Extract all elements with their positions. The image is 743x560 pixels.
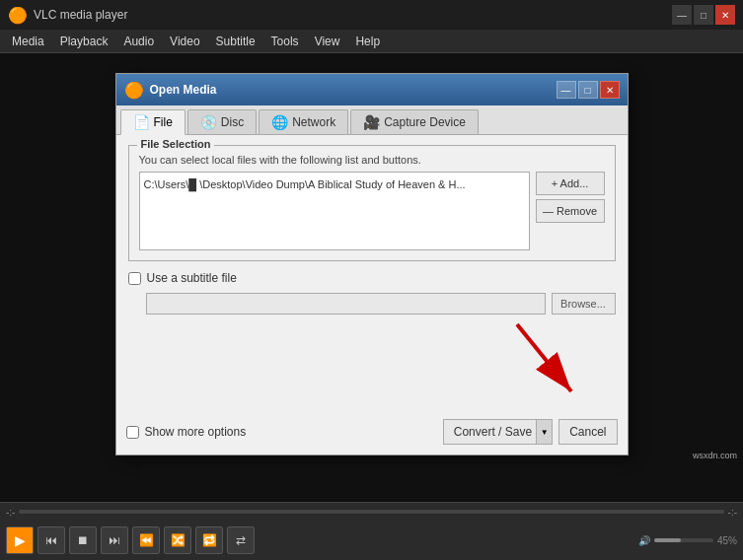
disc-tab-icon: 💿	[200, 114, 217, 130]
toggle-button[interactable]: 🔀	[164, 526, 191, 554]
volume-label: 45%	[717, 535, 737, 546]
vlc-main-window: 🟠 VLC media player — □ ✕ Media Playback …	[0, 0, 743, 560]
vlc-titlebar: 🟠 VLC media player — □ ✕	[0, 0, 743, 30]
volume-area: 🔊 45%	[638, 535, 737, 546]
menu-audio[interactable]: Audio	[115, 33, 162, 50]
action-buttons: Convert / Save ▼ Cancel	[443, 419, 618, 445]
red-arrow-icon	[487, 315, 606, 403]
subtitle-checkbox[interactable]	[128, 272, 141, 285]
convert-save-button[interactable]: Convert / Save	[443, 419, 537, 445]
dialog-minimize-button[interactable]: —	[557, 81, 576, 99]
cancel-button[interactable]: Cancel	[558, 419, 617, 445]
slow-button[interactable]: ⏪	[132, 526, 160, 554]
menu-bar: Media Playback Audio Video Subtitle Tool…	[0, 30, 743, 53]
modal-overlay: 🟠 Open Media — □ ✕ 📄 File 💿	[0, 53, 743, 502]
volume-fill	[654, 538, 681, 542]
dialog-close-button[interactable]: ✕	[600, 81, 620, 99]
show-more-row: Show more options	[126, 425, 443, 439]
show-more-label[interactable]: Show more options	[145, 425, 247, 439]
tab-disc[interactable]: 💿 Disc	[187, 109, 257, 134]
seek-time-left: -:-	[6, 507, 15, 518]
file-selection-group: File Selection You can select local file…	[128, 145, 616, 261]
play-button[interactable]: ▶	[6, 526, 34, 554]
convert-save-dropdown[interactable]: ▼	[537, 419, 553, 445]
remove-file-button[interactable]: — Remove	[536, 199, 605, 223]
file-tab-icon: 📄	[133, 114, 150, 130]
arrow-area	[128, 324, 616, 403]
menu-media[interactable]: Media	[4, 33, 52, 50]
group-description: You can select local files with the foll…	[139, 154, 605, 166]
subtitle-checkbox-row: Use a subtitle file	[128, 271, 616, 285]
tab-disc-label: Disc	[221, 115, 244, 129]
tab-capture[interactable]: 🎥 Capture Device	[350, 109, 479, 134]
skip-back-button[interactable]: ⏮	[37, 526, 65, 554]
browse-button[interactable]: Browse...	[552, 293, 616, 315]
vlc-icon: 🟠	[8, 6, 28, 25]
file-list-area: C:\Users\█ \Desktop\Video Dump\A Biblica…	[139, 172, 605, 250]
dialog-icon: 🟠	[124, 81, 144, 100]
tab-capture-label: Capture Device	[384, 115, 466, 129]
player-area: 🟠 Open Media — □ ✕ 📄 File 💿	[0, 53, 743, 502]
repeat-button[interactable]: 🔁	[195, 526, 223, 554]
menu-video[interactable]: Video	[162, 33, 207, 50]
vlc-title: VLC media player	[34, 8, 672, 22]
open-media-dialog: 🟠 Open Media — □ ✕ 📄 File 💿	[115, 73, 629, 455]
menu-help[interactable]: Help	[347, 33, 388, 50]
menu-subtitle[interactable]: Subtitle	[208, 33, 263, 50]
dialog-content: File Selection You can select local file…	[116, 135, 628, 413]
control-buttons-row: ▶ ⏮ ⏹ ⏭ ⏪ 🔀 🔁 ⇄ 🔊 45%	[0, 521, 743, 560]
dialog-controls: — □ ✕	[557, 81, 620, 99]
watermark: wsxdn.com	[693, 451, 737, 460]
seek-track[interactable]	[19, 510, 723, 514]
show-more-checkbox[interactable]	[126, 426, 139, 439]
dialog-maximize-button[interactable]: □	[578, 81, 598, 99]
tab-file[interactable]: 📄 File	[120, 109, 186, 135]
svg-line-1	[517, 324, 571, 391]
stop-button[interactable]: ⏹	[69, 526, 97, 554]
maximize-button[interactable]: □	[694, 5, 713, 25]
add-file-button[interactable]: + Add...	[536, 172, 605, 195]
close-button[interactable]: ✕	[715, 5, 735, 25]
volume-bar[interactable]	[654, 538, 713, 542]
menu-playback[interactable]: Playback	[52, 33, 116, 50]
seek-bar: -:- -:-	[0, 503, 743, 521]
convert-save-container: Convert / Save ▼	[443, 419, 553, 445]
file-list-item: C:\Users\█ \Desktop\Video Dump\A Biblica…	[144, 176, 525, 192]
minimize-button[interactable]: —	[672, 5, 692, 25]
dialog-tabs: 📄 File 💿 Disc 🌐 Network 🎥 Capture Device	[116, 105, 628, 135]
shuffle-button[interactable]: ⇄	[227, 526, 255, 554]
player-controls: -:- -:- ▶ ⏮ ⏹ ⏭ ⏪ 🔀 🔁 ⇄ 🔊 45%	[0, 502, 743, 560]
tab-network-label: Network	[292, 115, 335, 129]
capture-tab-icon: 🎥	[363, 114, 380, 130]
subtitle-file-row: Browse...	[128, 293, 616, 315]
tab-network[interactable]: 🌐 Network	[259, 109, 348, 134]
seek-time-right: -:-	[728, 507, 737, 518]
menu-view[interactable]: View	[307, 33, 348, 50]
network-tab-icon: 🌐	[271, 114, 288, 130]
dialog-bottom-row: Show more options Convert / Save ▼ Cance…	[116, 413, 628, 455]
skip-forward-button[interactable]: ⏭	[101, 526, 128, 554]
subtitle-checkbox-label[interactable]: Use a subtitle file	[147, 271, 237, 285]
tab-file-label: File	[154, 115, 173, 129]
subtitle-file-input[interactable]	[146, 293, 546, 315]
file-list[interactable]: C:\Users\█ \Desktop\Video Dump\A Biblica…	[139, 172, 530, 250]
volume-icon: 🔊	[638, 535, 650, 546]
group-label: File Selection	[137, 138, 215, 150]
titlebar-controls: — □ ✕	[672, 5, 735, 25]
file-action-buttons: + Add... — Remove	[536, 172, 605, 250]
dialog-title: Open Media	[150, 83, 557, 97]
menu-tools[interactable]: Tools	[263, 33, 307, 50]
dialog-titlebar: 🟠 Open Media — □ ✕	[116, 74, 628, 105]
